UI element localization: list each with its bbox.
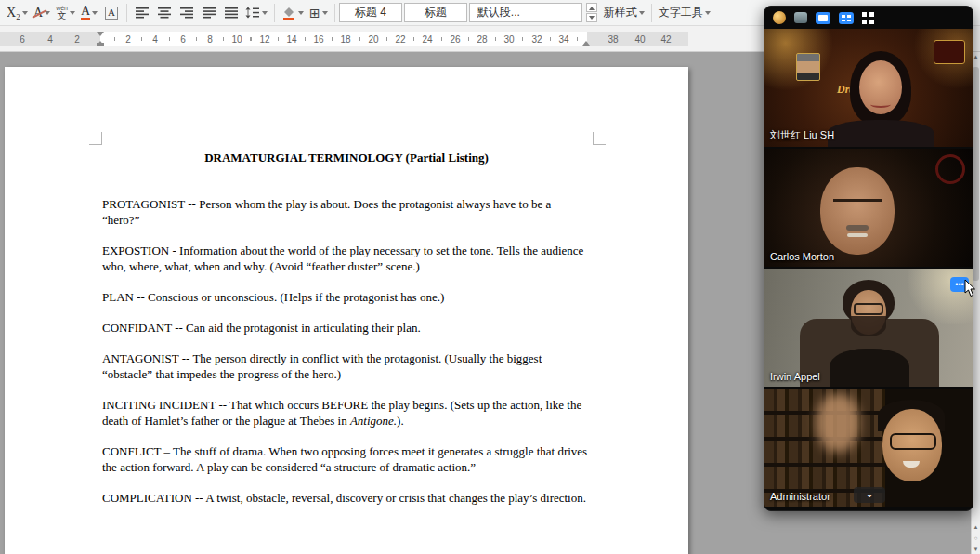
grid-view-icon[interactable] bbox=[862, 12, 874, 24]
text-tool-label: 文字工具 bbox=[659, 5, 703, 20]
app-icon[interactable] bbox=[773, 11, 786, 24]
video-tile-liu[interactable]: Dra 刘世红 Liu SH bbox=[764, 29, 973, 147]
paragraph-text: ). bbox=[397, 414, 404, 428]
chevron-down-icon[interactable] bbox=[298, 11, 304, 18]
borders-button[interactable]: ⊞ bbox=[307, 2, 331, 24]
ruler-number: 4 bbox=[47, 34, 53, 45]
gallery-view-icon[interactable] bbox=[839, 12, 854, 24]
paragraph: PLAN -- Conscious or unconscious. (Helps… bbox=[102, 289, 589, 305]
line-spacing-button[interactable] bbox=[242, 2, 270, 24]
participant-face bbox=[850, 51, 911, 125]
page-up-icon[interactable]: ▲ bbox=[972, 524, 980, 530]
chevron-down-icon[interactable] bbox=[262, 11, 268, 18]
chevron-down-icon[interactable] bbox=[705, 11, 711, 18]
align-center-icon bbox=[157, 7, 172, 19]
toolbar-separator bbox=[126, 4, 127, 22]
margin-crop-mark bbox=[593, 132, 606, 145]
left-indent-marker[interactable] bbox=[97, 43, 104, 46]
ruler-number: 6 bbox=[20, 34, 25, 45]
ruler-number: 32 bbox=[531, 34, 542, 45]
line-spacing-icon bbox=[245, 7, 260, 19]
document-page[interactable]: DRAMATURGIAL TERMINOLOGY (Partial Listin… bbox=[5, 67, 688, 554]
ruler-number: 28 bbox=[477, 34, 487, 45]
character-border-icon: A bbox=[105, 7, 118, 20]
character-border-button[interactable]: A bbox=[100, 2, 123, 24]
camera-icon[interactable] bbox=[794, 12, 807, 23]
clear-formatting-button[interactable]: A bbox=[31, 2, 53, 24]
ruler-number: 10 bbox=[231, 34, 242, 45]
gallery-up-button[interactable] bbox=[586, 3, 597, 12]
distribute-icon bbox=[224, 7, 239, 19]
ruler-number: 16 bbox=[313, 34, 323, 45]
phonetic-guide-icon: wén 文 bbox=[56, 5, 68, 20]
align-left-button[interactable] bbox=[131, 2, 153, 24]
chevron-down-icon[interactable] bbox=[70, 11, 75, 18]
ruler-number: 4 bbox=[152, 34, 158, 45]
ruler-number: 18 bbox=[340, 34, 350, 45]
participant-name: 刘世红 Liu SH bbox=[770, 128, 834, 142]
paragraph: COMPLICATION -- A twist, obstacle, rever… bbox=[102, 490, 589, 506]
paragraph: EXPOSTION - Information about the world … bbox=[102, 243, 589, 274]
style-label: 标题 bbox=[425, 5, 447, 20]
panel-header bbox=[764, 7, 973, 29]
mouse-cursor bbox=[964, 279, 977, 297]
font-color-button[interactable]: A bbox=[78, 2, 100, 24]
participant-body bbox=[828, 120, 934, 147]
ruler-number: 26 bbox=[450, 34, 460, 45]
italic-text: Antigone. bbox=[350, 414, 397, 428]
paragraph: PROTAGONIST -- Person whom the play is a… bbox=[102, 196, 589, 228]
chevron-down-icon[interactable] bbox=[322, 11, 328, 18]
chevron-down-icon[interactable] bbox=[92, 11, 98, 18]
new-style-button[interactable]: 新样式 bbox=[601, 2, 647, 24]
phonetic-guide-button[interactable]: wén 文 bbox=[53, 2, 78, 24]
align-left-icon bbox=[135, 7, 150, 19]
ruler-number: 34 bbox=[558, 34, 568, 45]
style-default-paragraph[interactable]: 默认段... bbox=[469, 3, 582, 22]
ruler-number: 30 bbox=[503, 34, 514, 45]
speaker-view-icon[interactable] bbox=[816, 12, 830, 24]
clear-formatting-icon: A bbox=[33, 7, 43, 20]
align-right-button[interactable] bbox=[176, 2, 198, 24]
shading-icon bbox=[281, 7, 296, 20]
chevron-down-icon[interactable] bbox=[22, 11, 28, 18]
paragraph: CONFIDANT -- Can aid the protagonist in … bbox=[102, 320, 589, 336]
video-tiles: Dra 刘世红 Liu SH Carlos Morton ••• Irwin A… bbox=[764, 29, 973, 507]
scrollbar-thumb[interactable] bbox=[973, 67, 979, 281]
browse-object-icon[interactable]: ○ bbox=[972, 535, 980, 541]
borders-icon: ⊞ bbox=[309, 6, 320, 20]
align-right-icon bbox=[179, 7, 194, 19]
ruler-number: 40 bbox=[634, 34, 645, 45]
page-down-icon[interactable]: ▼ bbox=[972, 547, 980, 552]
shading-button[interactable] bbox=[279, 2, 307, 24]
chevron-down-icon[interactable] bbox=[639, 11, 645, 18]
participant-name: Irwin Appel bbox=[770, 371, 820, 382]
ruler-number: 42 bbox=[660, 34, 671, 45]
subscript-button[interactable]: X₂ bbox=[4, 2, 31, 24]
collapse-panel-button[interactable]: ⌄ bbox=[854, 487, 885, 503]
participant-face bbox=[820, 167, 895, 255]
ruler-number: 24 bbox=[422, 34, 432, 45]
toolbar-separator bbox=[334, 4, 335, 22]
font-color-icon: A bbox=[81, 5, 90, 20]
right-indent-marker[interactable] bbox=[582, 37, 590, 46]
gallery-down-button[interactable] bbox=[586, 13, 597, 22]
toolbar-separator bbox=[651, 4, 652, 22]
video-tile-irwin[interactable]: ••• Irwin Appel bbox=[764, 269, 973, 387]
ruler-number: 38 bbox=[608, 34, 618, 45]
justify-button[interactable] bbox=[198, 2, 220, 24]
text-tool-button[interactable]: 文字工具 bbox=[656, 2, 713, 24]
video-tile-carlos[interactable]: Carlos Morton bbox=[764, 149, 973, 267]
participant-body bbox=[830, 349, 909, 387]
chevron-down-icon[interactable] bbox=[45, 11, 50, 18]
participant-name: Administrator bbox=[770, 491, 830, 502]
ruler-number: 22 bbox=[395, 34, 405, 45]
distribute-button[interactable] bbox=[220, 2, 242, 24]
ruler-number: 20 bbox=[368, 34, 378, 45]
style-heading4[interactable]: 标题 4 bbox=[339, 3, 402, 22]
margin-crop-mark bbox=[89, 132, 102, 145]
video-tile-administrator[interactable]: Administrator ⌄ bbox=[764, 389, 973, 507]
style-gallery-scroll bbox=[586, 3, 597, 22]
style-heading[interactable]: 标题 bbox=[404, 3, 467, 22]
align-center-button[interactable] bbox=[153, 2, 176, 24]
paragraph-text: INCITING INCIDENT -- That which occurs B… bbox=[102, 398, 581, 428]
